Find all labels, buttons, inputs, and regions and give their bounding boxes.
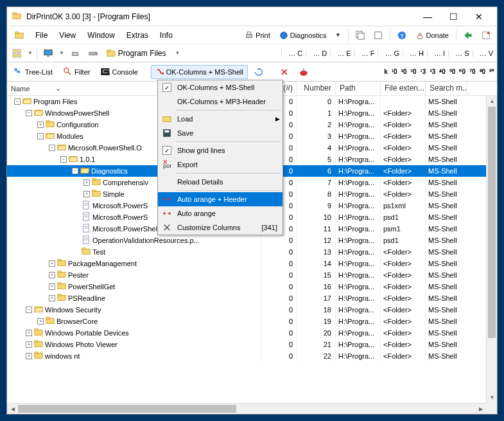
scroll-left-icon[interactable]: ◀ [7,404,18,414]
tool-action2-icon[interactable] [478,29,494,42]
scroll-right-icon[interactable]: ▶ [475,404,486,414]
kbd-shortcut-0[interactable]: k [384,68,388,75]
expander-icon[interactable]: + [26,330,32,336]
refresh-button[interactable] [250,65,268,79]
drive-V[interactable]: … V [473,49,494,57]
tree-row[interactable]: +PackageManagement014H:\Progra...<Folder… [7,258,497,269]
drive-G[interactable]: … G [378,49,401,57]
scroll-down-icon[interactable]: ▼ [487,392,497,403]
donate-button[interactable]: Donate [412,29,453,42]
okcolumns-button[interactable]: OK-Columns + MS-Shell [151,65,248,79]
diagnostics-button[interactable]: Diagnostics [275,29,331,42]
col-number[interactable]: Number [297,82,336,95]
kbd-shortcut-9[interactable]: ⁷0 [469,68,476,75]
menu-view[interactable]: View [54,28,81,42]
col-ext[interactable]: File exten... [381,82,426,95]
menu-reload[interactable]: Reload Details [158,175,282,189]
expander-icon[interactable]: + [49,260,55,267]
expander-icon[interactable]: + [83,191,90,197]
close-button[interactable]: ✕ [466,8,492,26]
menu-save[interactable]: Save [158,126,282,140]
tree-row[interactable]: +Windows Portable Devices020H:\Progra...… [7,327,497,339]
kbd-shortcut-7[interactable]: ⁵0 [449,68,456,75]
kbd-shortcut-5[interactable]: ²3 [430,68,435,75]
tool-window-icon[interactable] [352,29,369,42]
expander-icon[interactable]: − [37,133,44,139]
drive-E[interactable]: … E [330,49,352,57]
expander-icon[interactable]: − [26,307,32,313]
tree-row[interactable]: +Windows Photo Viewer021H:\Progra...<Fol… [7,339,497,350]
horizontal-scrollbar[interactable]: ◀ ▶ [7,403,486,414]
menubar-app-icon[interactable] [10,28,29,42]
tree-row[interactable]: OperationValidationResources.p...012H:\P… [7,235,497,246]
print-button[interactable]: Print [241,29,274,42]
menu-autoarange[interactable]: Auto arange [158,206,282,220]
menu-load[interactable]: Load▶ [158,112,282,126]
kbd-shortcut-11[interactable]: ⁹* [489,68,494,75]
menu-customize[interactable]: Customize Columns[341] [158,220,282,235]
kbd-shortcut-1[interactable]: ¹0 [392,68,397,75]
kbd-shortcut-6[interactable]: ⁴0 [439,68,446,75]
expander-icon[interactable]: + [83,179,90,186]
vertical-scrollbar[interactable]: ▲ ▼ [486,96,497,403]
kbd-shortcut-10[interactable]: ⁸0 [480,68,486,75]
kbd-shortcut-2[interactable]: ²0 [401,68,407,75]
scroll-thumb[interactable] [488,107,496,338]
drive-C[interactable]: … C [281,49,304,57]
tree-row[interactable]: +windows nt022H:\Progra...<Folder>MS-She… [7,350,497,362]
drive-S[interactable]: … S [448,49,470,57]
expander-icon[interactable]: − [72,168,78,174]
drive-I[interactable]: … I [427,49,446,57]
delete-button[interactable]: ✕ [276,64,293,80]
tree-row[interactable]: Test013H:\Progra...<Folder>MS-Shell [7,246,497,258]
col-search[interactable]: Search m... [426,82,467,95]
menu-export[interactable]: XportExport [158,157,282,172]
expander-icon[interactable]: − [49,145,55,151]
expander-icon[interactable]: + [37,318,44,325]
console-button[interactable]: C:\Console [96,65,142,79]
drive-F[interactable]: … F [354,49,376,57]
menu-file[interactable]: File [30,28,53,42]
menu-okcolumns-msshell[interactable]: ✓OK-Columns + MS-Shell [158,80,282,94]
expander-icon[interactable]: + [49,295,55,301]
expander-icon[interactable]: − [14,98,21,105]
scroll-up-icon[interactable]: ▲ [487,96,497,107]
menu-autoarange-header[interactable]: Auto arange + Heeder [158,192,282,206]
tree-row[interactable]: +PSReadline017H:\Progra...<Folder>MS-She… [7,292,497,304]
menu-okcolumns-mp3[interactable]: OK-Columns + MP3-Header [158,94,282,109]
kbd-shortcut-3[interactable]: ³0 [411,68,417,75]
drive-D[interactable]: … D [306,49,328,57]
drive-H[interactable]: … H [403,49,425,57]
expander-icon[interactable]: + [26,353,32,359]
menu-gridlines[interactable]: ✓Show grid lines [158,143,282,157]
scroll-thumb-h[interactable] [18,405,236,413]
treelist-button[interactable]: Tree-List [10,65,57,79]
expander-icon[interactable]: − [26,110,32,116]
tree-row[interactable]: +PowerShellGet016H:\Progra...<Folder>MS-… [7,281,497,292]
cleanup-button[interactable] [295,65,313,79]
tool-printer-icon[interactable] [68,46,82,60]
expander-icon[interactable]: + [26,341,32,348]
tree-row[interactable]: +Pester015H:\Progra...<Folder>MS-Shell [7,269,497,281]
tree-row[interactable]: +BrowserCore019H:\Progra...<Folder>MS-Sh… [7,316,497,327]
tree-row[interactable]: −Windows Security018H:\Progra...<Folder>… [7,304,497,316]
address-bar[interactable]: Program Files ▼ [104,49,183,58]
kbd-shortcut-4[interactable]: ¹3 [420,68,426,75]
tool-action1-icon[interactable] [460,29,476,42]
tool-monitor-icon[interactable] [41,46,55,60]
help-button[interactable]: ? [394,29,410,42]
expander-icon[interactable]: + [49,272,55,278]
minimize-button[interactable]: — [415,8,440,26]
col-path[interactable]: Path [336,82,381,95]
menu-window[interactable]: Window [82,28,120,42]
diagnostics-dropdown[interactable]: ▼ [332,30,345,40]
tool-restore-icon[interactable] [370,29,387,42]
tool-tile-icon[interactable] [10,46,24,60]
maximize-button[interactable]: ☐ [440,8,466,26]
menu-info[interactable]: Info [155,28,178,42]
expander-icon[interactable]: + [49,283,55,290]
menu-extras[interactable]: Extras [121,28,153,42]
expander-icon[interactable]: − [60,156,67,163]
expander-icon[interactable]: + [37,121,44,128]
tool-drive-icon[interactable] [86,46,100,60]
